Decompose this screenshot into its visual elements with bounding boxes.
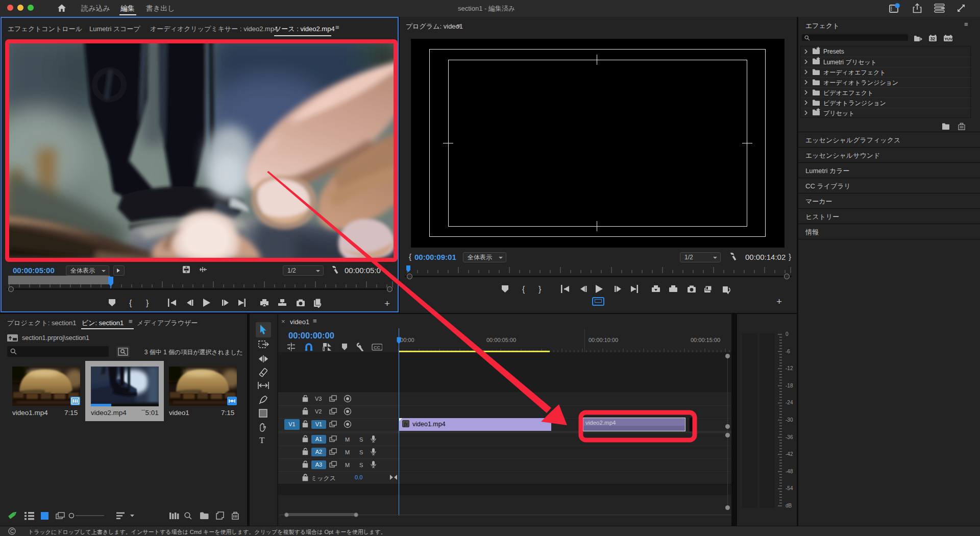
svg-text:S: S (359, 436, 363, 443)
svg-text:32: 32 (930, 36, 936, 41)
svg-text:{: { (129, 299, 132, 307)
svg-text:{: { (522, 285, 525, 294)
svg-text:M: M (345, 436, 350, 443)
svg-text:}: } (146, 299, 149, 307)
svg-text:CC: CC (374, 345, 380, 350)
svg-text:YUV: YUV (945, 37, 952, 41)
svg-text:}: } (538, 285, 542, 294)
